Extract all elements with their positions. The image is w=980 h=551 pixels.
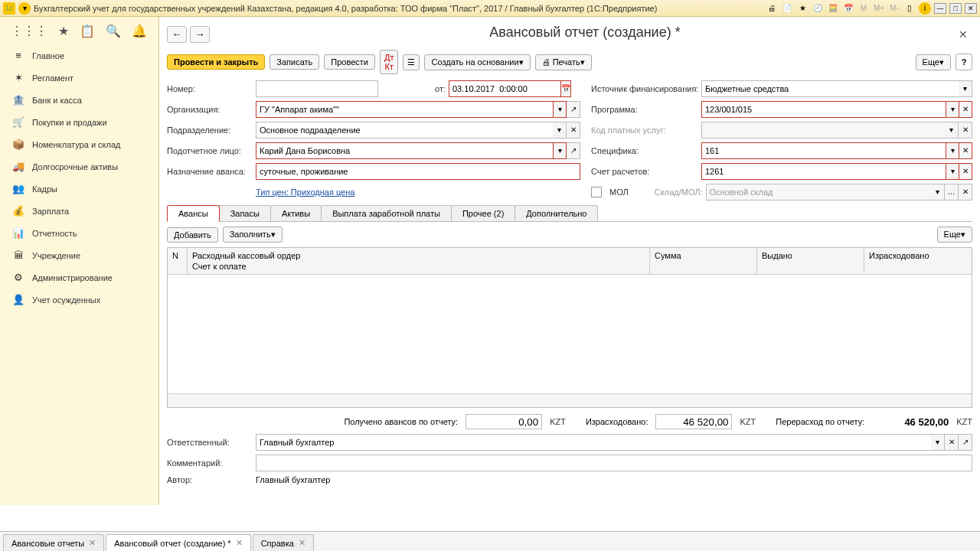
add-button[interactable]: Добавить — [167, 227, 218, 243]
maximize-button[interactable]: □ — [949, 3, 962, 14]
clipboard-icon[interactable]: 📋 — [80, 24, 95, 38]
bell-icon[interactable]: 🔔 — [132, 24, 147, 38]
toolbar-icon[interactable]: M- — [888, 2, 900, 15]
sidebar-item[interactable]: 🚚Долгосрочные активы — [0, 155, 158, 178]
toolbar-icon[interactable]: ▯ — [903, 2, 916, 15]
person-input[interactable] — [256, 142, 554, 159]
col-rko[interactable]: Расходный кассовый ордер — [192, 251, 645, 260]
toolbar-icon[interactable]: 🧮 — [827, 2, 839, 15]
sidebar-item[interactable]: 📦Номенклатура и склад — [0, 133, 158, 155]
close-icon[interactable]: ✕ — [89, 538, 96, 548]
clear-icon[interactable]: ✕ — [567, 122, 580, 139]
apps-icon[interactable]: ⋮⋮⋮ — [11, 24, 47, 38]
toolbar-icon[interactable]: ★ — [796, 2, 808, 15]
dropdown-icon[interactable]: ▾ — [946, 101, 959, 118]
fill-button[interactable]: Заполнить▾ — [223, 227, 283, 243]
col-issued[interactable]: Выдано — [757, 248, 864, 274]
dropdown-icon[interactable]: ▾ — [931, 434, 945, 451]
sidebar-item[interactable]: ⚙Администрирование — [0, 266, 158, 289]
more-button[interactable]: Еще▾ — [916, 54, 951, 70]
open-icon[interactable]: ↗ — [567, 142, 580, 159]
sidebar-item[interactable]: 🏦Банк и касса — [0, 89, 158, 111]
window-tab[interactable]: Справка✕ — [253, 534, 314, 551]
dropdown-icon[interactable]: ▾ — [553, 101, 567, 118]
dropdown-icon[interactable]: ▾ — [18, 2, 31, 15]
sidebar-item[interactable]: ✶Регламент — [0, 67, 158, 89]
sidebar-item[interactable]: 🛒Покупки и продажи — [0, 111, 158, 133]
dropdown-icon[interactable]: ▾ — [946, 142, 959, 159]
dept-input[interactable] — [256, 122, 553, 139]
toolbar-icon[interactable]: 📅 — [842, 2, 854, 15]
sidebar-item[interactable]: 👤Учет осужденных — [0, 289, 158, 311]
col-spent[interactable]: Израсходовано — [864, 248, 972, 274]
post-button[interactable]: Провести — [324, 54, 375, 70]
search-icon[interactable]: 🔍 — [106, 24, 121, 38]
open-icon[interactable]: ↗ — [567, 101, 580, 118]
spec-input[interactable] — [701, 142, 946, 159]
create-based-button[interactable]: Создать на основании▾ — [424, 54, 530, 70]
box-icon: 📦 — [12, 139, 24, 150]
building-icon: 🏛 — [12, 249, 24, 261]
grid-body[interactable] — [168, 275, 972, 393]
window-tab-active[interactable]: Авансовый отчет (создание) *✕ — [106, 534, 250, 551]
structure-button[interactable]: ☰ — [403, 54, 420, 70]
resp-input[interactable] — [256, 434, 931, 451]
close-button[interactable]: ✕ — [965, 3, 977, 14]
toolbar-icon[interactable]: M — [858, 2, 870, 15]
star-icon[interactable]: ★ — [58, 24, 69, 38]
tab-prochee[interactable]: Прочее (2) — [451, 205, 515, 221]
print-button[interactable]: 🖨 Печать▾ — [535, 54, 592, 70]
col-n[interactable]: N — [168, 248, 188, 274]
sidebar-item[interactable]: 🏛Учреждение — [0, 244, 158, 266]
date-input[interactable] — [449, 80, 561, 97]
close-icon[interactable]: ✕ — [299, 538, 305, 548]
price-type-link[interactable]: Тип цен: Приходная цена — [256, 187, 354, 197]
number-input[interactable] — [256, 80, 378, 97]
account-input[interactable] — [701, 163, 946, 180]
col-sub[interactable]: Счет к оплате — [192, 262, 645, 271]
sidebar-item[interactable]: 📊Отчетность — [0, 222, 158, 244]
grid-more-button[interactable]: Еще▾ — [937, 227, 972, 243]
dropdown-icon[interactable]: ▾ — [959, 80, 972, 97]
tab-zapasy[interactable]: Запасы — [219, 205, 271, 221]
minimize-button[interactable]: — — [934, 3, 946, 14]
toolbar-icon[interactable]: 🕘 — [812, 2, 824, 15]
mol-checkbox[interactable] — [591, 187, 602, 197]
toolbar-icon[interactable]: M+ — [873, 2, 885, 15]
clear-icon[interactable]: ✕ — [959, 142, 972, 159]
clear-icon[interactable]: ✕ — [959, 101, 972, 118]
open-icon[interactable]: ↗ — [959, 434, 972, 451]
sidebar-item[interactable]: ≡Главное — [0, 44, 158, 67]
org-input[interactable] — [256, 101, 554, 118]
post-and-close-button[interactable]: Провести и закрыть — [167, 54, 265, 70]
help-icon[interactable]: i — [919, 2, 931, 15]
sidebar-item[interactable]: 💰Зарплата — [0, 200, 158, 222]
calendar-icon[interactable]: 📅 — [560, 80, 571, 97]
close-icon[interactable]: ✕ — [236, 538, 243, 548]
toolbar-icon[interactable]: 📄 — [781, 2, 793, 15]
dt-kt-button[interactable]: ДтКт — [380, 50, 399, 74]
purpose-input[interactable] — [256, 163, 580, 180]
tab-vyplata[interactable]: Выплата заработной платы — [321, 205, 452, 221]
toolbar-icon[interactable]: 🖨 — [766, 2, 778, 15]
write-button[interactable]: Записать — [270, 54, 319, 70]
grid[interactable]: N Расходный кассовый ордер Счет к оплате… — [167, 247, 972, 408]
program-input[interactable] — [701, 101, 946, 118]
forward-button[interactable]: → — [190, 26, 210, 43]
dropdown-icon[interactable]: ▾ — [946, 163, 959, 180]
window-tab[interactable]: Авансовые отчеты✕ — [3, 534, 104, 551]
form-close-button[interactable]: ✕ — [954, 28, 972, 41]
dropdown-icon[interactable]: ▾ — [553, 122, 567, 139]
finsource-input[interactable] — [701, 80, 959, 97]
comment-input[interactable] — [256, 455, 972, 471]
help-button[interactable]: ? — [956, 54, 972, 70]
tab-avansy[interactable]: Авансы — [167, 205, 220, 222]
clear-icon[interactable]: ✕ — [959, 163, 972, 180]
dropdown-icon[interactable]: ▾ — [553, 142, 567, 159]
tab-aktivy[interactable]: Активы — [270, 205, 322, 221]
col-sum[interactable]: Сумма — [650, 248, 757, 274]
back-button[interactable]: ← — [167, 26, 187, 43]
clear-icon[interactable]: ✕ — [945, 434, 959, 451]
tab-dopoln[interactable]: Дополнительно — [514, 205, 598, 221]
sidebar-item[interactable]: 👥Кадры — [0, 178, 158, 200]
